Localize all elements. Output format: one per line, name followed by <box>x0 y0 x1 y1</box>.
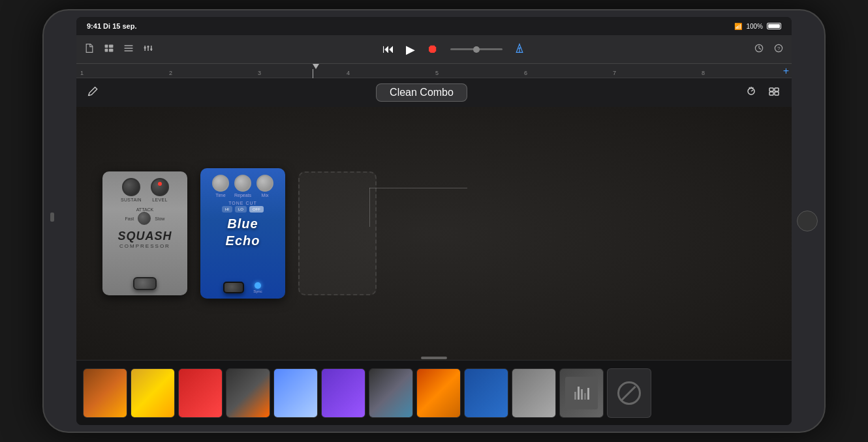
sustain-knob-label: SUSTAIN <box>121 198 142 202</box>
document-icon[interactable] <box>84 43 95 56</box>
level-knob-label: LEVEL <box>152 198 167 202</box>
toolbar: ⏮ ▶ ⏺ ? <box>76 35 792 64</box>
status-right: 📶 100% <box>734 23 781 30</box>
volume-slider[interactable] <box>450 48 503 50</box>
toolbar-center: ⏮ ▶ ⏺ <box>382 42 525 57</box>
browser-item-blueecho[interactable] <box>464 368 508 418</box>
svg-rect-27 <box>775 92 779 95</box>
toolbar-left <box>84 43 153 56</box>
off-button[interactable]: OFF <box>249 206 264 213</box>
browser-item-drive[interactable] <box>131 368 175 418</box>
squash-pedal[interactable]: SUSTAIN LEVEL ATTACK Fast Slow <box>102 171 187 295</box>
help-icon[interactable]: ? <box>773 43 784 56</box>
time-knob[interactable]: Time <box>212 175 229 198</box>
tuner-icon[interactable] <box>745 85 758 101</box>
hi-button[interactable]: HI <box>222 206 232 213</box>
pedal-board: SUSTAIN LEVEL ATTACK Fast Slow <box>76 107 792 360</box>
timeline-num-2: 2 <box>168 70 256 76</box>
browser-item-chorus[interactable] <box>321 368 365 418</box>
attack-slow-label: Slow <box>155 216 164 221</box>
rewind-button[interactable]: ⏮ <box>382 42 394 56</box>
pedal-browser <box>76 360 792 425</box>
preset-name[interactable]: Clean Combo <box>376 83 467 102</box>
sustain-knob[interactable]: SUSTAIN <box>121 178 142 202</box>
pedalboard-icon[interactable] <box>768 85 781 101</box>
browser-item-amp[interactable] <box>559 368 604 418</box>
mix-knob-label: Mix <box>262 193 269 198</box>
clock-icon[interactable] <box>754 43 764 56</box>
vibe-pedal-thumbnail <box>369 369 412 417</box>
timeline-num-7: 7 <box>612 70 700 76</box>
hilo-controls: HI LO OFF <box>222 206 264 213</box>
timeline-num-3: 3 <box>256 70 345 76</box>
tracks-icon[interactable] <box>104 43 114 56</box>
ipad-frame: 9:41 Di 15 sep. 📶 100% <box>42 9 826 433</box>
heaven-pedal-thumbnail <box>274 369 317 417</box>
screen: 9:41 Di 15 sep. 📶 100% <box>76 17 792 425</box>
browser-item-fuzz[interactable] <box>226 368 270 418</box>
repeats-knob-circle[interactable] <box>234 175 251 192</box>
playhead <box>313 64 319 69</box>
fx-header: Clean Combo <box>76 78 792 107</box>
attack-fast-label: Fast <box>125 216 134 221</box>
repeats-knob[interactable]: Repeats <box>234 175 251 198</box>
echo-pedal-name2: Echo <box>226 234 260 247</box>
timeline-num-6: 6 <box>523 70 612 76</box>
svg-line-18 <box>759 48 761 50</box>
lo-button[interactable]: LO <box>235 206 247 213</box>
browser-handle[interactable] <box>421 357 447 359</box>
browser-item-none[interactable] <box>607 368 651 418</box>
svg-line-15 <box>518 48 521 49</box>
attack-label: ATTACK <box>136 207 154 212</box>
blueecho-pedal-thumbnail <box>465 369 508 417</box>
attack-knob[interactable] <box>138 212 151 225</box>
browser-item-heaven[interactable] <box>273 368 318 418</box>
browser-item-squash[interactable] <box>512 368 556 418</box>
browser-item-vibe[interactable] <box>369 368 413 418</box>
none-pedal-thumbnail <box>608 369 651 417</box>
main-content: Clean Combo <box>76 78 792 425</box>
pencil-icon[interactable] <box>87 85 99 100</box>
connection-line-vertical <box>369 188 370 227</box>
repeats-knob-label: Repeats <box>234 193 251 198</box>
toolbar-right: ? <box>754 43 784 56</box>
metronome-icon[interactable] <box>514 43 525 56</box>
record-button[interactable]: ⏺ <box>427 42 439 56</box>
echo-pedal[interactable]: Time Repeats Mix TONE CUT HI <box>200 168 285 299</box>
hd-pedal-thumbnail <box>179 369 222 417</box>
browser-item-phaser[interactable] <box>83 368 127 418</box>
time-knob-circle[interactable] <box>212 175 229 192</box>
svg-point-8 <box>144 46 146 48</box>
add-track-button[interactable]: + <box>783 65 789 77</box>
browser-item-orange[interactable] <box>416 368 461 418</box>
level-knob-circle[interactable] <box>151 178 169 196</box>
svg-point-10 <box>147 46 149 48</box>
battery-bar <box>767 23 781 29</box>
squash-footswitch[interactable] <box>133 277 157 290</box>
home-button[interactable] <box>797 211 818 231</box>
status-bar: 9:41 Di 15 sep. 📶 100% <box>76 17 792 35</box>
mix-knob-circle[interactable] <box>256 175 273 192</box>
mix-knob[interactable]: Mix <box>256 175 273 198</box>
attack-section: ATTACK Fast Slow <box>108 207 182 225</box>
list-icon[interactable] <box>123 43 134 56</box>
timeline[interactable]: 1 2 3 4 5 6 7 8 + <box>76 64 792 78</box>
tone-cut-label: TONE CUT <box>228 201 257 205</box>
svg-rect-25 <box>769 92 773 95</box>
side-button[interactable] <box>50 213 54 222</box>
browser-item-hd[interactable] <box>178 368 223 418</box>
svg-point-12 <box>150 48 152 50</box>
sync-control[interactable]: Sync <box>253 282 262 293</box>
browser-items <box>76 361 792 425</box>
empty-pedal-slot[interactable] <box>298 171 377 295</box>
echo-footswitch[interactable] <box>223 282 244 293</box>
level-knob[interactable]: LEVEL <box>151 178 169 202</box>
sustain-knob-circle[interactable] <box>122 178 140 196</box>
mixer-icon[interactable] <box>143 43 153 56</box>
play-button[interactable]: ▶ <box>406 42 415 57</box>
svg-line-23 <box>751 90 753 91</box>
sync-light <box>255 282 261 289</box>
amp-pedal-thumbnail <box>560 369 603 417</box>
status-time: 9:41 Di 15 sep. <box>87 22 136 30</box>
svg-rect-26 <box>775 88 779 91</box>
